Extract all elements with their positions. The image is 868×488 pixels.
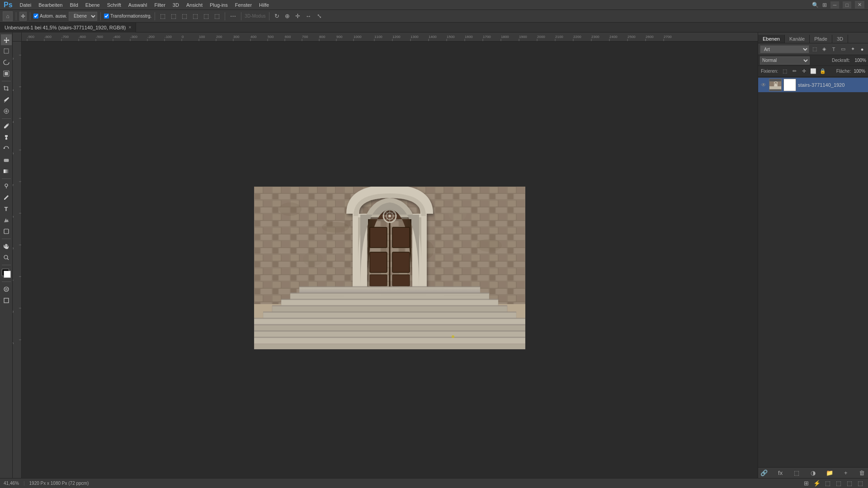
layer-kind-select[interactable]: Ebene xyxy=(69,12,97,21)
svg-text:2000: 2000 xyxy=(537,35,545,39)
menu-ebene[interactable]: Ebene xyxy=(82,1,104,9)
background-color-swatch[interactable] xyxy=(4,271,11,278)
auto-select-checkbox[interactable] xyxy=(33,14,38,19)
filter-adjust-btn[interactable]: ◈ xyxy=(820,45,828,53)
document-tab[interactable]: Unbenannt-1 bei 41,5% (stairs-3771140_19… xyxy=(0,23,136,33)
app-logo[interactable]: Ps xyxy=(4,1,13,9)
tab-close-btn[interactable]: × xyxy=(128,25,131,30)
align-right-btn[interactable]: ⬚ xyxy=(180,12,189,21)
layer-link-btn[interactable]: 🔗 xyxy=(760,469,768,477)
svg-text:800: 800 xyxy=(319,35,326,39)
filter-text-btn[interactable]: T xyxy=(830,45,838,53)
layer-adjustment-btn[interactable]: ◑ xyxy=(809,469,817,477)
object-select-tool-btn[interactable] xyxy=(1,68,12,79)
svg-rect-128 xyxy=(392,227,410,248)
workspace-button[interactable]: ⊞ xyxy=(822,2,827,8)
status-bar-btn5[interactable]: ⬚ xyxy=(845,479,854,488)
menu-datei[interactable]: Datei xyxy=(16,1,35,9)
optionsbar: ⌂ ✛ Autom. ausw. Ebene Transformationsst… xyxy=(0,10,868,23)
gradient-tool-btn[interactable] xyxy=(1,166,12,177)
svg-text:2100: 2100 xyxy=(555,35,563,39)
shape-tool-btn[interactable] xyxy=(1,226,12,237)
zoom-tool-btn[interactable] xyxy=(1,252,12,263)
align-center-v-btn[interactable]: ⬚ xyxy=(169,12,178,21)
layer-visibility-toggle[interactable]: 👁 xyxy=(760,81,767,89)
lock-position-btn[interactable]: ✛ xyxy=(800,67,808,75)
panel-tabs: Ebenen Kanäle Pfade 3D xyxy=(758,33,868,43)
tab-ebenen[interactable]: Ebenen xyxy=(758,35,785,43)
filter-pixel-btn[interactable]: ⬚ xyxy=(811,45,819,53)
status-bar-btn4[interactable]: ⬚ xyxy=(835,479,843,488)
align-left-btn[interactable]: ⬚ xyxy=(158,12,167,21)
crop-tool-btn[interactable] xyxy=(1,83,12,94)
filter-shape-btn[interactable]: ▭ xyxy=(839,45,847,53)
lock-artboard-btn[interactable]: ⬜ xyxy=(809,67,817,75)
scale-3d-btn[interactable]: ⤡ xyxy=(315,12,324,21)
filter-toggle-btn[interactable]: ● xyxy=(858,45,866,53)
history-brush-btn[interactable] xyxy=(1,143,12,154)
menu-bearbeiten[interactable]: Bearbeiten xyxy=(35,1,66,9)
svg-point-119 xyxy=(476,239,502,252)
menu-auswahl[interactable]: Auswahl xyxy=(125,1,151,9)
menu-fenster[interactable]: Fenster xyxy=(231,1,255,9)
search-button[interactable]: 🔍 xyxy=(812,2,819,8)
lasso-tool-btn[interactable] xyxy=(1,57,12,68)
align-bottom-btn[interactable]: ⬚ xyxy=(212,12,222,21)
path-select-tool-btn[interactable] xyxy=(1,215,12,225)
status-bar-btn6[interactable]: ⬚ xyxy=(856,479,864,488)
screen-mode-btn[interactable] xyxy=(1,295,12,306)
layer-mask-btn[interactable]: ⬚ xyxy=(793,469,801,477)
status-bar-btn3[interactable]: ⬚ xyxy=(824,479,832,488)
patch-tool-btn[interactable] xyxy=(1,106,12,117)
pen-tool-btn[interactable] xyxy=(1,192,12,203)
align-center-h-btn[interactable]: ⬚ xyxy=(202,12,211,21)
eraser-tool-btn[interactable] xyxy=(1,155,12,165)
stamp-tool-btn[interactable] xyxy=(1,132,12,143)
lock-transparent-btn[interactable]: ⬚ xyxy=(781,67,789,75)
filter-smart-btn[interactable]: ✦ xyxy=(849,45,857,53)
brush-tool-btn[interactable] xyxy=(1,121,12,131)
rotate-3d-btn[interactable]: ↻ xyxy=(273,12,281,21)
lock-all-btn[interactable]: 🔒 xyxy=(819,67,827,75)
home-button[interactable]: ⌂ xyxy=(3,11,13,21)
close-button[interactable]: ✕ xyxy=(855,1,864,9)
layer-row[interactable]: 👁 stairs-3771140_1920 xyxy=(758,78,868,92)
layer-fx-btn[interactable]: fx xyxy=(776,469,784,477)
move-tool-btn[interactable] xyxy=(1,34,12,45)
menu-schrift[interactable]: Schrift xyxy=(104,1,125,9)
layer-type-filter[interactable]: Art xyxy=(760,45,809,53)
tab-3d[interactable]: 3D xyxy=(832,35,848,43)
type-tool-btn[interactable]: T xyxy=(1,203,12,214)
slide-3d-btn[interactable]: ↔ xyxy=(304,12,313,21)
align-top-btn[interactable]: ⬚ xyxy=(191,12,200,21)
lock-paint-btn[interactable]: ✏ xyxy=(790,67,798,75)
minimize-button[interactable]: ─ xyxy=(830,1,840,9)
tab-kanaele[interactable]: Kanäle xyxy=(785,35,810,43)
layer-new-btn[interactable]: + xyxy=(842,469,850,477)
menu-plugins[interactable]: Plug-ins xyxy=(206,1,231,9)
rect-select-tool-btn[interactable] xyxy=(1,46,12,56)
move-options-btn[interactable]: ✛ xyxy=(19,12,27,21)
tab-pfade[interactable]: Pfade xyxy=(810,35,832,43)
menu-filter[interactable]: Filter xyxy=(151,1,169,9)
menu-bild[interactable]: Bild xyxy=(66,1,81,9)
menu-ansicht[interactable]: Ansicht xyxy=(183,1,206,9)
canvas-area[interactable]: -900 -800 -700 -600 -500 -400 -300 -200 … xyxy=(13,33,758,478)
hand-tool-btn[interactable] xyxy=(1,241,12,252)
roll-3d-btn[interactable]: ⊕ xyxy=(283,12,292,21)
menu-hilfe[interactable]: Hilfe xyxy=(255,1,273,9)
layer-delete-btn[interactable]: 🗑 xyxy=(858,469,866,477)
layer-group-btn[interactable]: 📁 xyxy=(826,469,834,477)
eyedropper-tool-btn[interactable] xyxy=(1,94,12,105)
transform-controls-checkbox[interactable] xyxy=(104,14,109,19)
quick-mask-btn[interactable] xyxy=(1,284,12,295)
svg-text:900: 900 xyxy=(336,35,343,39)
maximize-button[interactable]: □ xyxy=(843,1,851,9)
dodge-tool-btn[interactable] xyxy=(1,181,12,192)
pan-3d-btn[interactable]: ✛ xyxy=(293,12,302,21)
status-bar-btn1[interactable]: ⊞ xyxy=(802,479,810,488)
distribute-btn[interactable]: ⋯ xyxy=(228,12,238,21)
menu-3d[interactable]: 3D xyxy=(169,1,183,9)
blend-mode-select[interactable]: Normal xyxy=(760,56,810,65)
status-bar-btn2[interactable]: ⚡ xyxy=(813,479,821,488)
